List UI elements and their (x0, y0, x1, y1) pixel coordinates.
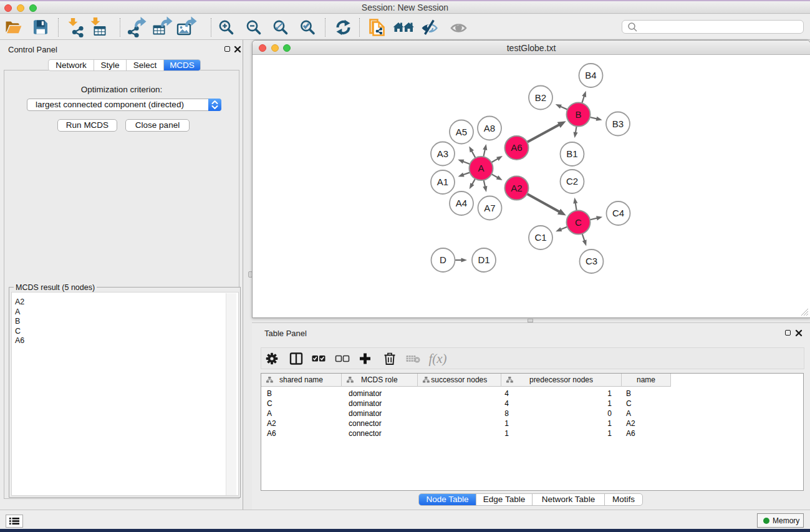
svg-text:A1: A1 (437, 177, 448, 187)
svg-text:C2: C2 (566, 176, 578, 186)
svg-text:f(x): f(x) (428, 351, 446, 366)
svg-text:C1: C1 (534, 232, 546, 243)
svg-text:A6: A6 (511, 142, 522, 153)
svg-text:B4: B4 (585, 70, 596, 80)
svg-text:C3: C3 (586, 256, 597, 266)
svg-text:B2: B2 (535, 92, 546, 103)
svg-text:D1: D1 (478, 254, 489, 265)
svg-text:B3: B3 (612, 118, 624, 129)
svg-text:B: B (575, 109, 581, 120)
svg-text:A8: A8 (484, 123, 495, 133)
svg-text:A7: A7 (484, 203, 495, 213)
svg-text:A: A (478, 163, 484, 173)
svg-text:C4: C4 (612, 208, 624, 218)
svg-text:A2: A2 (511, 183, 522, 193)
svg-text:C: C (575, 217, 582, 228)
svg-text:B1: B1 (566, 148, 577, 159)
svg-text:A5: A5 (456, 127, 467, 137)
svg-text:A3: A3 (437, 148, 448, 159)
svg-text:D: D (440, 254, 446, 265)
svg-text:A4: A4 (456, 198, 467, 208)
